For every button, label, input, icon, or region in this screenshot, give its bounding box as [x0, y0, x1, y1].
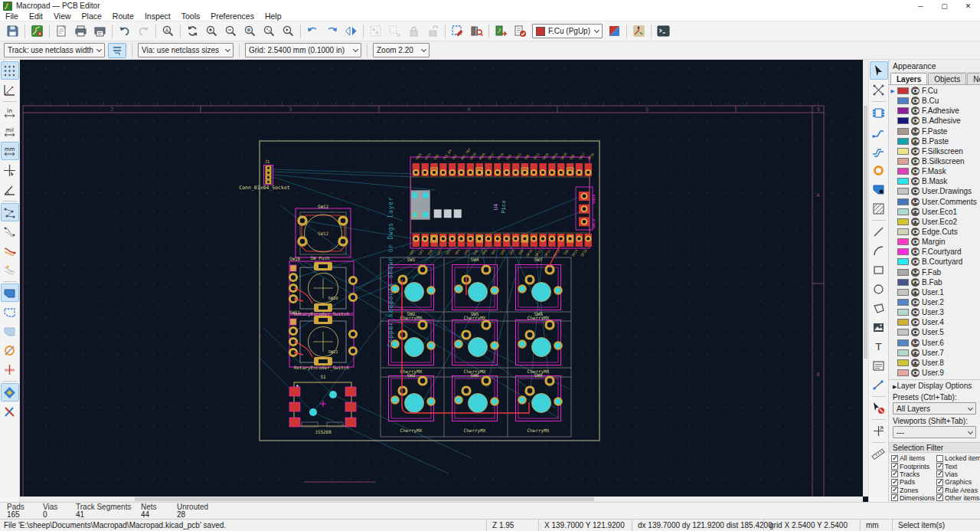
save-button[interactable] — [3, 23, 22, 40]
visibility-eye-icon[interactable] — [911, 318, 920, 326]
visibility-eye-icon[interactable] — [911, 147, 920, 156]
checkbox-all-items[interactable] — [891, 455, 898, 462]
zoom-in-button[interactable] — [202, 23, 221, 40]
place-via-button[interactable] — [870, 161, 888, 179]
layer-color-swatch[interactable] — [897, 248, 909, 255]
lock-button[interactable] — [404, 23, 423, 40]
filter-locked-items[interactable]: Locked items — [936, 454, 980, 462]
filter-dimensions[interactable]: Dimensions — [891, 494, 936, 502]
find-button[interactable]: A — [158, 23, 178, 40]
filter-zones[interactable]: Zones — [891, 486, 936, 493]
zoom-out-button[interactable] — [221, 23, 240, 40]
menu-file[interactable]: File — [0, 11, 24, 21]
visibility-eye-icon[interactable] — [911, 107, 920, 115]
layer-color-swatch[interactable] — [897, 369, 909, 376]
zoom-fit-objects-button[interactable] — [260, 23, 279, 40]
checkbox-other-items[interactable] — [936, 494, 943, 501]
pcb-drawing[interactable]: 23456AB SW1CherryMXSW4CherryMXSW7CherryM… — [20, 60, 863, 497]
library-browser-button[interactable] — [467, 23, 486, 40]
checkbox-text[interactable] — [936, 463, 943, 470]
visibility-eye-icon[interactable] — [911, 157, 920, 166]
layer-color-swatch[interactable] — [897, 309, 909, 316]
visibility-eye-icon[interactable] — [911, 349, 920, 357]
run-drc-button[interactable] — [511, 23, 530, 40]
net-highlight-button[interactable] — [1, 241, 19, 260]
visibility-eye-icon[interactable] — [911, 359, 920, 367]
place-footprint-button[interactable] — [870, 103, 888, 122]
layer-color-swatch[interactable] — [897, 138, 909, 145]
menu-place[interactable]: Place — [77, 11, 107, 21]
visibility-eye-icon[interactable] — [911, 369, 920, 377]
scripting-console-button[interactable] — [654, 23, 673, 40]
ratsnest-visibility-button[interactable] — [1, 203, 19, 221]
nav-back-button[interactable] — [303, 23, 322, 40]
menu-tools[interactable]: Tools — [176, 11, 206, 21]
layer-row-b-mask[interactable]: B.Mask — [889, 176, 980, 186]
zone-fill-mode-button[interactable] — [1, 284, 19, 302]
layer-pair-toggle-button[interactable] — [605, 23, 624, 40]
visibility-eye-icon[interactable] — [911, 198, 920, 206]
checkbox-dimensions[interactable] — [891, 494, 898, 501]
layer-row-user-1[interactable]: User.1 — [889, 287, 980, 297]
visibility-eye-icon[interactable] — [911, 247, 920, 256]
filter-rule-areas[interactable]: Rule Areas — [936, 486, 980, 493]
zoom-selection-button[interactable] — [279, 23, 298, 40]
layer-row-f-paste[interactable]: F.Paste — [889, 126, 980, 136]
close-button[interactable]: ✕ — [956, 0, 980, 11]
visibility-eye-icon[interactable] — [911, 228, 920, 236]
place-text-button[interactable]: T — [870, 337, 888, 356]
visibility-eye-icon[interactable] — [911, 208, 920, 216]
draw-line-button[interactable] — [870, 222, 888, 241]
page-settings-button[interactable] — [52, 23, 71, 40]
polar-coords-button[interactable] — [1, 80, 19, 99]
refresh-view-button[interactable] — [183, 23, 202, 40]
layer-row-f-adhesive[interactable]: F.Adhesive — [889, 106, 980, 116]
layer-row-user-eco1[interactable]: User.Eco1 — [889, 207, 980, 217]
zone-fade-mode-button[interactable] — [1, 322, 19, 340]
checkbox-tracks[interactable] — [891, 470, 898, 477]
layer-row-user-3[interactable]: User.3 — [889, 307, 980, 317]
layer-color-swatch[interactable] — [897, 107, 909, 114]
pcb-canvas[interactable]: 23456AB SW1CherryMXSW4CherryMXSW7CherryM… — [20, 60, 868, 502]
layer-color-swatch[interactable] — [897, 148, 909, 155]
canvas-vertical-scrollbar[interactable] — [863, 60, 868, 497]
layer-color-swatch[interactable] — [897, 168, 909, 175]
layer-row-f-cu[interactable]: ▶F.Cu — [889, 86, 980, 96]
pad-outline-mode-button[interactable] — [1, 341, 19, 359]
auto-track-width-toggle[interactable] — [108, 43, 126, 58]
layer-row-user-6[interactable]: User.6 — [889, 338, 980, 348]
layer-row-edge-cuts[interactable]: Edge.Cuts — [889, 227, 980, 237]
layer-color-swatch[interactable] — [897, 158, 909, 165]
filter-vias[interactable]: Vias — [936, 470, 980, 478]
layer-color-swatch[interactable] — [897, 87, 909, 94]
dim-inactive-layers-button[interactable] — [1, 383, 19, 402]
board-setup-button[interactable] — [28, 23, 47, 40]
filter-pads[interactable]: Pads — [891, 478, 936, 486]
group-button[interactable] — [366, 23, 385, 40]
menu-view[interactable]: View — [48, 11, 77, 21]
layer-color-swatch[interactable] — [897, 339, 909, 346]
layer-color-swatch[interactable] — [897, 319, 909, 326]
free-angle-mode-button[interactable] — [1, 180, 19, 198]
checkbox-rule-areas[interactable] — [936, 487, 943, 493]
visibility-eye-icon[interactable] — [911, 127, 920, 136]
layer-color-swatch[interactable] — [897, 218, 909, 225]
place-textbox-button[interactable] — [870, 356, 888, 375]
visibility-eye-icon[interactable] — [911, 116, 920, 125]
checkbox-footprints[interactable] — [891, 463, 898, 470]
net-dim-button[interactable] — [1, 261, 19, 279]
layer-selector[interactable]: F.Cu (PgUp) — [532, 24, 603, 38]
layer-color-swatch[interactable] — [897, 178, 909, 185]
filter-graphics[interactable]: Graphics — [936, 478, 980, 486]
layer-row-user-drawings[interactable]: User.Drawings — [889, 186, 980, 196]
layer-row-margin[interactable]: Margin — [889, 237, 980, 247]
cursor-shape-button[interactable] — [1, 161, 19, 179]
keyswitch-grid[interactable]: SW1CherryMXSW4CherryMXSW7CherryMXSW2Cher… — [381, 257, 571, 437]
select-tool-button[interactable] — [870, 61, 888, 80]
layer-row-user-8[interactable]: User.8 — [889, 358, 980, 368]
local-ratsnest-button[interactable] — [870, 80, 888, 99]
layer-color-swatch[interactable] — [897, 188, 909, 195]
layer-color-swatch[interactable] — [897, 208, 909, 215]
unlock-button[interactable] — [423, 23, 443, 40]
filter-other-items[interactable]: Other items — [936, 494, 980, 502]
